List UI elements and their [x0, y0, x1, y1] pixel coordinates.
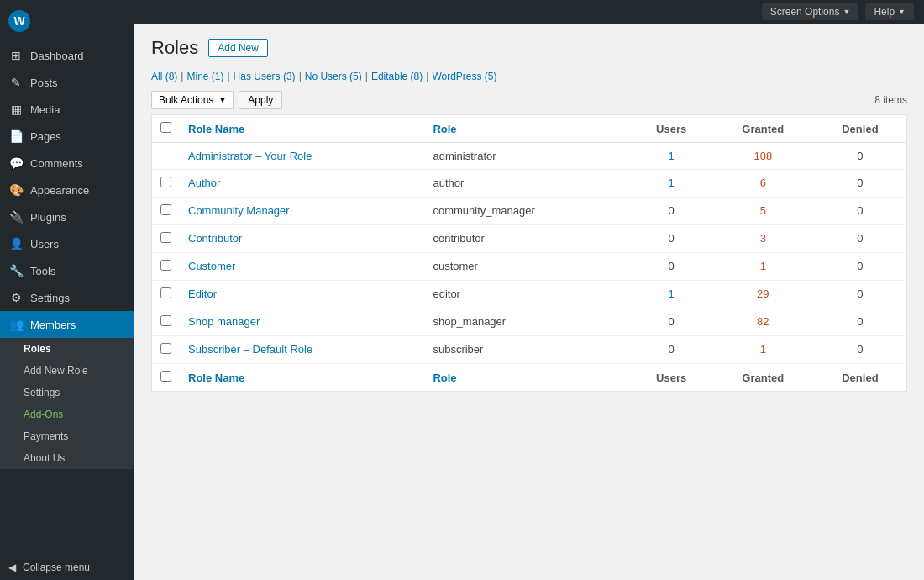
page-header: Roles Add New [151, 37, 907, 59]
filter-has-users[interactable]: Has Users (3) [234, 71, 296, 82]
table-row: Subscriber – Default Rolesubscriber010 [152, 336, 907, 364]
sidebar-item-tools[interactable]: 🔧 Tools [0, 257, 134, 284]
role-name-cell: Author [180, 170, 424, 198]
role-name-link[interactable]: Author [188, 177, 220, 189]
role-granted-cell: 3 [712, 225, 814, 253]
role-name-link[interactable]: Community Manager [188, 204, 290, 217]
row-checkbox[interactable] [160, 177, 171, 187]
submenu-item-add-ons[interactable]: Add-Ons [0, 403, 134, 425]
col-denied-footer: Denied [814, 364, 907, 392]
role-name-link[interactable]: Shop manager [188, 315, 260, 328]
bulk-actions-chevron: ▼ [218, 96, 226, 104]
role-name-link[interactable]: Administrator – Your Role [188, 150, 312, 162]
sidebar-item-label: Media [30, 103, 60, 116]
role-slug-cell: administrator [424, 143, 630, 170]
media-icon: ▦ [8, 103, 24, 116]
row-checkbox-cell [152, 170, 181, 198]
members-icon: 👥 [8, 318, 24, 331]
add-new-button[interactable]: Add New [208, 39, 268, 57]
bulk-actions-select[interactable]: Bulk Actions ▼ [151, 91, 234, 109]
collapse-menu[interactable]: ◀ Collapse menu [0, 555, 134, 580]
sidebar: W ⊞ Dashboard ✎ Posts ▦ Media 📄 Pages 💬 … [0, 0, 134, 580]
role-name-cell: Contributor [180, 225, 424, 253]
row-checkbox-cell [152, 336, 181, 364]
sidebar-item-settings[interactable]: ⚙ Settings [0, 284, 134, 311]
role-granted-cell: 5 [712, 198, 814, 225]
sidebar-item-dashboard[interactable]: ⊞ Dashboard [0, 42, 134, 69]
submenu-item-settings[interactable]: Settings [0, 382, 134, 403]
roles-table: Role Name Role Users Granted Denied Admi… [151, 114, 907, 392]
table-row: Administrator – Your Roleadministrator11… [152, 143, 907, 170]
users-count-link[interactable]: 1 [669, 287, 675, 300]
row-checkbox[interactable] [160, 260, 171, 271]
sidebar-logo: W [0, 0, 134, 42]
sidebar-item-comments[interactable]: 💬 Comments [0, 150, 134, 177]
select-all-checkbox[interactable] [160, 122, 171, 133]
role-granted-cell: 1 [712, 336, 814, 364]
sidebar-item-users[interactable]: 👤 Users [0, 230, 134, 257]
filter-mine[interactable]: Mine (1) [186, 71, 223, 82]
toolbar-left: Bulk Actions ▼ Apply [151, 91, 282, 109]
table-row: Contributorcontributor030 [152, 225, 907, 253]
row-checkbox-cell [152, 225, 181, 253]
role-name-link[interactable]: Editor [188, 287, 217, 300]
col-role-name-header[interactable]: Role Name [180, 115, 424, 143]
col-check-footer [152, 364, 181, 392]
users-count-link[interactable]: 1 [669, 150, 675, 162]
col-users-footer: Users [630, 364, 711, 392]
submenu-item-about-us[interactable]: About Us [0, 447, 134, 469]
role-granted-cell: 108 [712, 143, 814, 170]
role-users-cell: 0 [630, 225, 711, 253]
sidebar-item-label: Plugins [30, 211, 66, 224]
role-name-link[interactable]: Subscriber – Default Role [188, 343, 312, 356]
sidebar-item-posts[interactable]: ✎ Posts [0, 69, 134, 96]
sidebar-item-label: Members [30, 319, 76, 331]
row-checkbox[interactable] [160, 232, 171, 243]
screen-options-button[interactable]: Screen Options ▼ [762, 3, 859, 20]
role-name-link[interactable]: Contributor [188, 232, 242, 245]
submenu-item-add-new-role[interactable]: Add New Role [0, 360, 134, 382]
role-name-link[interactable]: Customer [188, 260, 235, 272]
select-all-checkbox-footer[interactable] [160, 371, 171, 382]
bulk-actions-label: Bulk Actions [159, 94, 213, 106]
role-denied-cell: 0 [814, 198, 907, 225]
role-name-cell: Administrator – Your Role [180, 143, 424, 170]
role-slug-cell: shop_manager [424, 308, 630, 336]
screen-options-label: Screen Options [770, 6, 840, 18]
role-denied-cell: 0 [814, 143, 907, 170]
row-checkbox[interactable] [160, 315, 171, 326]
sidebar-item-media[interactable]: ▦ Media [0, 96, 134, 123]
dashboard-icon: ⊞ [8, 49, 24, 62]
row-checkbox-cell [152, 198, 181, 225]
appearance-icon: 🎨 [8, 183, 24, 197]
col-role-footer[interactable]: Role [424, 364, 630, 392]
filter-editable[interactable]: Editable (8) [371, 71, 423, 82]
collapse-icon: ◀ [8, 562, 16, 573]
users-count-link[interactable]: 1 [669, 177, 675, 189]
row-checkbox[interactable] [160, 287, 171, 298]
apply-button[interactable]: Apply [239, 91, 282, 109]
sidebar-item-appearance[interactable]: 🎨 Appearance [0, 177, 134, 203]
role-granted-cell: 82 [712, 308, 814, 336]
sidebar-item-label: Pages [30, 130, 61, 143]
role-users-cell: 0 [630, 198, 711, 225]
filter-all[interactable]: All (8) [151, 71, 177, 82]
role-name-cell: Community Manager [180, 198, 424, 225]
help-button[interactable]: Help ▼ [865, 3, 914, 20]
role-granted-cell: 29 [712, 281, 814, 308]
comments-icon: 💬 [8, 156, 24, 170]
submenu-item-payments[interactable]: Payments [0, 425, 134, 447]
sidebar-item-pages[interactable]: 📄 Pages [0, 123, 134, 150]
row-checkbox[interactable] [160, 204, 171, 215]
role-name-cell: Subscriber – Default Role [180, 336, 424, 364]
filter-no-users[interactable]: No Users (5) [305, 71, 362, 82]
sidebar-item-plugins[interactable]: 🔌 Plugins [0, 203, 134, 230]
table-row: Shop managershop_manager0820 [152, 308, 907, 336]
col-role-name-footer[interactable]: Role Name [180, 364, 424, 392]
col-granted-footer: Granted [712, 364, 814, 392]
row-checkbox[interactable] [160, 343, 171, 354]
filter-wordpress[interactable]: WordPress (5) [432, 71, 496, 82]
col-role-header[interactable]: Role [424, 115, 630, 143]
submenu-item-roles[interactable]: Roles [0, 338, 134, 360]
sidebar-item-members[interactable]: 👥 Members [0, 311, 134, 338]
